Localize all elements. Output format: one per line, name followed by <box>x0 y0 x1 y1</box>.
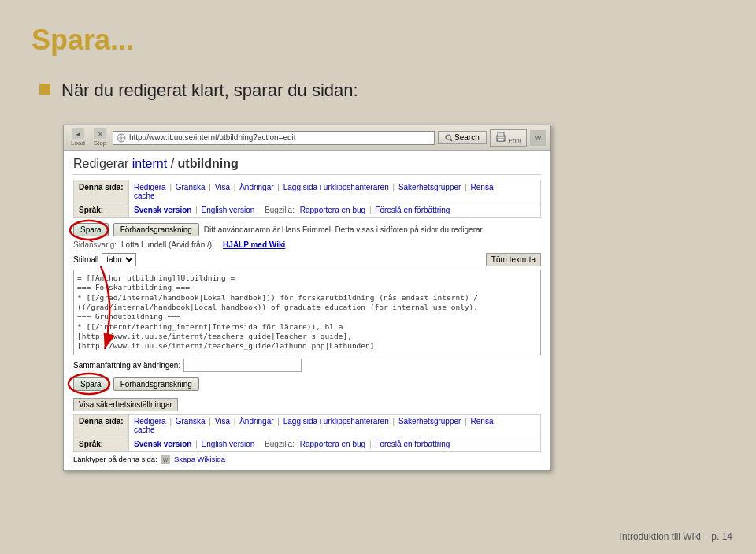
bottom-redigera-link[interactable]: Redigera <box>134 417 166 426</box>
spara-button-top[interactable]: Spara <box>73 223 109 236</box>
svensk-version-link[interactable]: Svensk version <box>134 206 191 214</box>
stilmall-label: Stilmall <box>73 255 98 264</box>
svg-text:W: W <box>163 457 169 463</box>
url-text: http://www.it.uu.se/internt/utbildning?a… <box>129 133 296 142</box>
bottom-föreslå-förbättring-link[interactable]: Föreslå en förbättring <box>375 440 450 448</box>
svg-rect-11 <box>498 139 504 141</box>
forhandsgranskning-button-top[interactable]: Förhandsgranskning <box>113 223 199 236</box>
svg-line-8 <box>450 139 453 141</box>
top-nav-table: Denna sida: Redigera | Granska | Visa | … <box>73 180 541 218</box>
föreslå-förbättring-link[interactable]: Föreslå en förbättring <box>375 206 450 214</box>
lagg-link-top[interactable]: Lägg sida i urklippshanteraren <box>284 183 389 191</box>
rapportera-bug-link[interactable]: Rapportera en bug <box>300 206 365 214</box>
stilmall-row: Stilmall tabu Töm textruta <box>73 253 541 266</box>
sidansvarig-value: Lotta Lundell (Arvid från /) <box>121 240 212 249</box>
sprak-label: Språk: <box>74 203 129 218</box>
denna-sida-links: Redigera | Granska | Visa | Ändringar | … <box>129 180 541 203</box>
bottom-denna-sida-label: Denna sida: <box>74 414 129 437</box>
slide-container: Spara... När du redigerat klart, sparar … <box>0 0 756 554</box>
forhandsgranskning-button-bottom[interactable]: Förhandsgranskning <box>113 377 199 391</box>
sidansvarig-row: Sidansvarig: Lotta Lundell (Arvid från /… <box>73 239 541 251</box>
slide-footer: Introduktion till Wiki – p. 14 <box>620 531 732 542</box>
bullet-text: När du redigerat klart, sparar du sidan: <box>61 80 358 101</box>
bottom-visa-link[interactable]: Visa <box>215 417 230 426</box>
browser-wrapper: ◄ Load ✕ Stop h <box>32 117 551 471</box>
page-content: Redigerar internt / utbildning Denna sid… <box>64 151 550 470</box>
visa-sakerhetsinst-button[interactable]: Visa säkerhetsinställningar <box>73 398 178 411</box>
hjälp-link-wrapper: HJÄLP med Wiki <box>223 240 285 249</box>
user-info-text: Ditt användarnamn är Hans Frimmel. Detta… <box>204 225 541 234</box>
back-btn[interactable]: ◄ Load <box>69 128 87 147</box>
english-version-link[interactable]: English version <box>202 206 255 214</box>
summary-input[interactable] <box>183 359 302 372</box>
sprak-links-row: Svensk version | English version Bugzill… <box>129 203 541 218</box>
spara-button-bottom-wrapper: Spara <box>73 377 109 391</box>
stop-btn[interactable]: ✕ Stop <box>91 128 109 147</box>
bullet-icon <box>39 84 50 95</box>
bottom-nav-table: Denna sida: Redigera | Granska | Visa | … <box>73 414 541 452</box>
bottom-action-row: Spara Förhandsgranskning <box>73 375 541 393</box>
search-label: Search <box>454 133 480 142</box>
separator: / <box>171 157 174 170</box>
granska-link-top[interactable]: Granska <box>176 183 206 191</box>
bottom-sprak-label: Språk: <box>74 437 129 451</box>
tom-textruta-button[interactable]: Töm textruta <box>486 253 541 266</box>
stilmall-select[interactable]: tabu <box>102 253 136 266</box>
denna-sida-label: Denna sida: <box>74 180 129 203</box>
browser-icon: W <box>530 130 546 146</box>
bottom-granska-link[interactable]: Granska <box>176 417 206 426</box>
action-row: Spara Förhandsgranskning Ditt användarna… <box>73 221 541 239</box>
spara-button-wrapper: Spara <box>73 223 109 236</box>
svg-rect-10 <box>498 132 504 136</box>
page-header: Redigerar internt / utbildning <box>73 157 541 175</box>
bottom-sakerhetsgrupper-link[interactable]: Säkerhetsgrupper <box>398 417 461 426</box>
slide-title: Spara... <box>32 24 724 57</box>
text-area[interactable]: = [[Anchor utbildning]]Utbildning = === … <box>73 270 541 355</box>
search-button[interactable]: Search <box>438 131 487 144</box>
skapa-wikisida-link[interactable]: Skapa Wikisida <box>174 455 225 463</box>
redigera-link-top[interactable]: Redigera <box>134 183 166 191</box>
bottom-lankstyper-row: Länktyper på denna sida: W Skapa Wikisid… <box>73 455 541 464</box>
utbildning-bold: utbildning <box>178 157 239 170</box>
visa-link-top[interactable]: Visa <box>215 183 230 191</box>
print-button[interactable]: Print <box>490 129 527 147</box>
sidansvarig-label: Sidansvarig: <box>73 240 117 249</box>
andringar-link-top[interactable]: Ändringar <box>239 183 273 191</box>
bullet-item: När du redigerat klart, sparar du sidan: <box>39 80 724 101</box>
summary-label: Sammanfattning av ändringen: <box>73 361 180 370</box>
bottom-english-version-link[interactable]: English version <box>202 440 255 448</box>
redigerar-label: Redigerar <box>73 157 128 170</box>
bottom-svensk-version-link[interactable]: Svensk version <box>134 440 191 448</box>
bottom-rapportera-bug-link[interactable]: Rapportera en bug <box>300 440 365 448</box>
svg-text:◄: ◄ <box>75 131 81 138</box>
browser-toolbar: ◄ Load ✕ Stop h <box>64 125 550 151</box>
svg-point-7 <box>446 135 450 139</box>
internt-link[interactable]: internt <box>132 157 167 170</box>
bottom-lagg-link[interactable]: Lägg sida i urklippshanteraren <box>284 417 389 426</box>
spara-button-bottom[interactable]: Spara <box>73 377 109 391</box>
svg-text:✕: ✕ <box>98 131 103 138</box>
visa-btn-wrapper: Visa säkerhetsinställningar <box>73 396 541 411</box>
url-bar[interactable]: http://www.it.uu.se/internt/utbildning?a… <box>113 131 435 145</box>
bottom-andringar-link[interactable]: Ändringar <box>239 417 273 426</box>
hjälp-link[interactable]: HJÄLP med Wiki <box>223 240 285 249</box>
browser-mockup: ◄ Load ✕ Stop h <box>63 125 551 471</box>
bottom-sprak-links-row: Svensk version | English version Bugzill… <box>129 437 541 451</box>
lankstyper-label: Länktyper på denna sida: <box>73 455 158 463</box>
bottom-denna-sida-links: Redigera | Granska | Visa | Ändringar | … <box>129 414 541 437</box>
summary-row: Sammanfattning av ändringen: <box>73 359 541 372</box>
sakerhetsgrupper-link-top[interactable]: Säkerhetsgrupper <box>398 183 461 191</box>
